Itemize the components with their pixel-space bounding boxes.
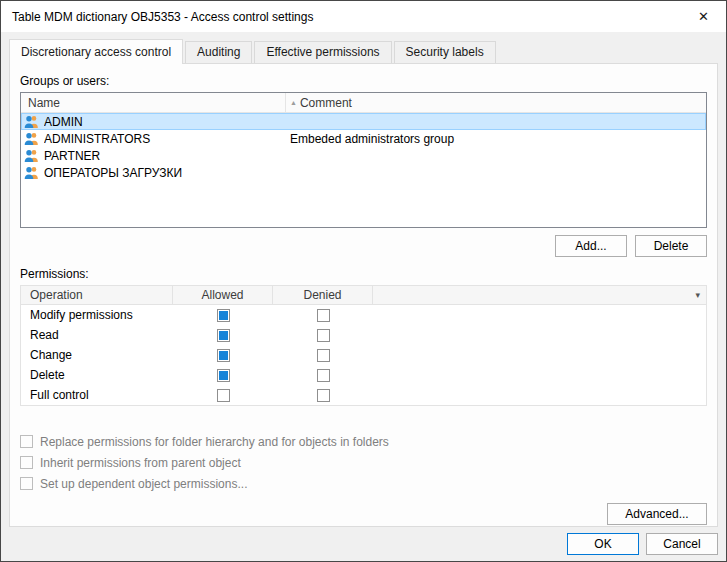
table-row: Full control xyxy=(21,385,706,405)
list-item[interactable]: ADMINISTRATORS Embeded administrators gr… xyxy=(21,130,706,147)
title-bar: Table MDM dictionary OBJ5353 - Access co… xyxy=(1,1,726,32)
option-label: Set up dependent object permissions... xyxy=(40,477,247,491)
option-dependent-permissions: Set up dependent object permissions... xyxy=(20,473,707,494)
operation-label: Read xyxy=(21,328,173,342)
dialog-title: Table MDM dictionary OBJ5353 - Access co… xyxy=(1,10,313,24)
replace-permissions-checkbox[interactable] xyxy=(20,435,33,448)
denied-checkbox[interactable] xyxy=(317,309,330,322)
table-row: Change xyxy=(21,345,706,365)
group-users-icon xyxy=(24,166,40,179)
column-header-operation[interactable]: Operation xyxy=(21,286,173,304)
tab-auditing[interactable]: Auditing xyxy=(185,41,252,63)
tab-page: Groups or users: Name ▲ Comment ADMIN xyxy=(9,63,718,527)
list-item[interactable]: PARTNER xyxy=(21,147,706,164)
permissions-label: Permissions: xyxy=(20,267,707,281)
group-comment: Embeded administrators group xyxy=(285,132,706,146)
column-header-allowed[interactable]: Allowed xyxy=(173,286,273,304)
tab-security-labels[interactable]: Security labels xyxy=(394,41,496,63)
add-button[interactable]: Add... xyxy=(555,235,627,257)
access-control-dialog: Table MDM dictionary OBJ5353 - Access co… xyxy=(0,0,727,562)
denied-checkbox[interactable] xyxy=(317,369,330,382)
allowed-checkbox[interactable] xyxy=(217,369,230,382)
allowed-checkbox[interactable] xyxy=(217,349,230,362)
advanced-button[interactable]: Advanced... xyxy=(607,503,707,525)
dependent-permissions-checkbox[interactable] xyxy=(20,477,33,490)
group-name: ОПЕРАТОРЫ ЗАГРУЗКИ xyxy=(44,166,285,180)
tab-strip: Discretionary access control Auditing Ef… xyxy=(1,32,726,63)
column-header-denied[interactable]: Denied xyxy=(273,286,373,304)
permissions-table: Operation Allowed Denied ▾ Modify permis… xyxy=(20,285,707,406)
chevron-down-icon[interactable]: ▾ xyxy=(695,291,700,300)
operation-label: Full control xyxy=(21,388,173,402)
tab-discretionary-access-control[interactable]: Discretionary access control xyxy=(9,39,183,64)
group-users-icon xyxy=(24,149,40,162)
table-row: Read xyxy=(21,325,706,345)
allowed-checkbox[interactable] xyxy=(217,309,230,322)
option-label: Inherit permissions from parent object xyxy=(40,456,241,470)
table-row: Delete xyxy=(21,365,706,385)
group-users-icon xyxy=(24,132,40,145)
operation-label: Modify permissions xyxy=(21,308,173,322)
inherit-permissions-checkbox[interactable] xyxy=(20,456,33,469)
allowed-checkbox[interactable] xyxy=(217,389,230,402)
option-label: Replace permissions for folder hierarchy… xyxy=(40,435,389,449)
group-name: ADMIN xyxy=(44,115,285,129)
denied-checkbox[interactable] xyxy=(317,329,330,342)
group-name: ADMINISTRATORS xyxy=(44,132,285,146)
cancel-button[interactable]: Cancel xyxy=(646,533,718,555)
allowed-checkbox[interactable] xyxy=(217,329,230,342)
permissions-header-spacer: ▾ xyxy=(373,286,706,304)
group-name: PARTNER xyxy=(44,149,285,163)
list-item[interactable]: ОПЕРАТОРЫ ЗАГРУЗКИ xyxy=(21,164,706,181)
delete-button[interactable]: Delete xyxy=(635,235,707,257)
option-inherit-permissions: Inherit permissions from parent object xyxy=(20,452,707,473)
operation-label: Delete xyxy=(21,368,173,382)
denied-checkbox[interactable] xyxy=(317,349,330,362)
group-users-icon xyxy=(24,115,40,128)
groups-label: Groups or users: xyxy=(20,74,707,88)
permissions-table-header: Operation Allowed Denied ▾ xyxy=(21,286,706,305)
column-header-comment-label: Comment xyxy=(300,96,352,110)
groups-list-header: Name ▲ Comment xyxy=(21,93,706,113)
option-checkboxes: Replace permissions for folder hierarchy… xyxy=(20,431,707,494)
ok-button[interactable]: OK xyxy=(567,533,639,555)
operation-label: Change xyxy=(21,348,173,362)
groups-button-row: Add... Delete xyxy=(20,235,707,257)
column-header-comment[interactable]: ▲ Comment xyxy=(286,93,706,112)
close-icon[interactable]: ✕ xyxy=(681,1,726,32)
denied-checkbox[interactable] xyxy=(317,389,330,402)
tab-effective-permissions[interactable]: Effective permissions xyxy=(254,41,391,63)
column-header-name[interactable]: Name xyxy=(21,93,286,112)
option-replace-permissions: Replace permissions for folder hierarchy… xyxy=(20,431,707,452)
dialog-footer: OK Cancel xyxy=(1,527,726,561)
advanced-row: Advanced... xyxy=(20,503,707,525)
sort-icon: ▲ xyxy=(290,99,297,106)
list-item[interactable]: ADMIN xyxy=(21,113,706,130)
table-row: Modify permissions xyxy=(21,305,706,325)
groups-list: Name ▲ Comment ADMIN ADMINISTRATORS Embe… xyxy=(20,92,707,228)
